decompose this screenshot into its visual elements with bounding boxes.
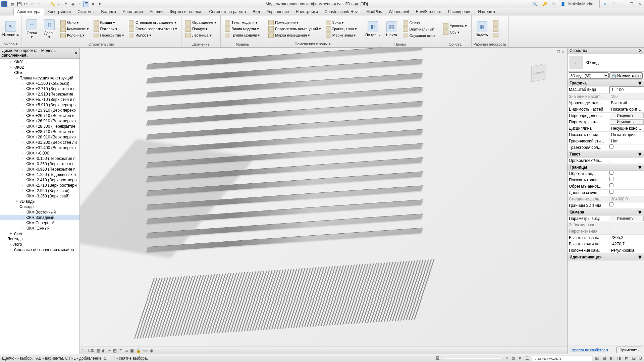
build-Схема разрезки стены[interactable]: Схема разрезки стены ▾ (127, 26, 179, 32)
tree-item[interactable]: +3D виды (0, 199, 79, 204)
build-Потолок[interactable]: Потолок ▾ (92, 26, 126, 32)
sync-icon[interactable]: ⟳ (23, 1, 29, 7)
switch-window-icon[interactable]: ▾ (97, 1, 103, 7)
prop-edit-button[interactable]: Изменить... (610, 113, 644, 118)
build-Окно[interactable]: Окно ▾ (58, 20, 91, 26)
expand-icon[interactable]: + (9, 231, 13, 236)
tree-item[interactable]: ·КЖм.-0.350 (Верх стен и п (0, 161, 79, 167)
expand-icon[interactable]: − (15, 204, 19, 209)
prop-checkbox[interactable] (609, 144, 613, 148)
crop-vis-icon[interactable]: ▣ (130, 348, 134, 353)
ribbon-tab-16[interactable]: Изменить (475, 8, 499, 15)
scale-label[interactable]: 1 : 100 (82, 348, 94, 353)
expand-icon[interactable]: · (21, 162, 25, 166)
prop-value[interactable] (609, 228, 644, 234)
tree-item[interactable]: ·КЖм.+28.300 (Перекрытие (0, 124, 79, 129)
measure-icon[interactable]: 📏 (50, 1, 56, 7)
expand-icon[interactable]: · (9, 247, 13, 252)
prop-checkbox[interactable] (609, 183, 613, 187)
shadows-icon[interactable]: ◩ (113, 348, 117, 353)
tree-item[interactable]: ·Лого (0, 242, 79, 247)
tree-item[interactable]: −Планы несущих конструкций (0, 75, 79, 81)
close-button[interactable]: ✕ (637, 1, 643, 7)
expand-icon[interactable]: · (21, 119, 25, 123)
tree-item[interactable]: ·КЖм.Южный (0, 226, 79, 231)
sb-filter-icon[interactable]: ▼ (517, 356, 523, 361)
ribbon-tab-1[interactable]: Конструкция (44, 8, 74, 15)
app-icon[interactable]: R (1, 1, 7, 7)
prop-value[interactable]: Показать ориги... (609, 106, 644, 112)
prop-category[interactable]: Границы⯆ (568, 164, 644, 171)
user-badge[interactable]: 👤 MaksimMarke... (559, 0, 600, 8)
expand-icon[interactable]: · (21, 167, 25, 172)
ribbon-tab-3[interactable]: Вставка (98, 8, 119, 15)
sb-i5[interactable]: ◩ (624, 356, 629, 361)
prop-edit-button[interactable]: Изменить... (610, 216, 644, 221)
tag-icon[interactable]: ◈ (70, 1, 76, 7)
ribbon-tab-0[interactable]: Архитектура (13, 8, 44, 15)
expand-icon[interactable]: · (9, 242, 13, 247)
expand-icon[interactable]: · (21, 129, 25, 134)
prop-value[interactable]: -4270,7 (609, 241, 644, 247)
prop-value[interactable]: 7805,2 (609, 235, 644, 241)
expand-icon[interactable]: · (21, 210, 25, 215)
open-icon[interactable]: ▤ (9, 1, 15, 7)
apply-button[interactable]: Применить (616, 347, 642, 353)
instance-selector[interactable]: 3D вид: {3D} (569, 72, 609, 79)
tree-item[interactable]: ·КЖм.+2.910 (Перекрытие (0, 92, 79, 97)
sb-relinquish[interactable] (442, 358, 502, 359)
tree-item[interactable]: −КЖм. (0, 70, 79, 75)
build-Колонна[interactable]: Колонна ▾ (58, 33, 91, 39)
ribbon-tab-4[interactable]: Аннотации (119, 8, 146, 15)
build-Крыша[interactable]: Крыша ▾ (92, 20, 126, 26)
undo-icon[interactable]: ↶ (30, 1, 36, 7)
expand-icon[interactable]: + (15, 199, 19, 204)
room-Помещение[interactable]: Помещение ▾ (266, 19, 323, 25)
prop-value[interactable]: Несущие констру... (609, 125, 644, 131)
tree-item[interactable]: ·КЖм.-1.220 (Подошвы вх п (0, 172, 79, 177)
room-Марка зоны[interactable]: Марка зоны ▾ (324, 32, 359, 38)
expand-icon[interactable]: · (21, 103, 25, 107)
build-Стена[interactable]: ▭Стена▾ (23, 19, 40, 40)
temp-hide-icon[interactable]: 👓 (143, 348, 148, 353)
expand-icon[interactable]: · (21, 97, 25, 102)
tree-item[interactable]: ·Условные обозначения к свайно (0, 247, 79, 252)
min-button[interactable]: — (620, 1, 626, 7)
expand-icon[interactable]: − (15, 76, 19, 80)
dim-icon[interactable]: ↔ (56, 1, 62, 7)
view-cube[interactable]: Спереди (524, 61, 554, 91)
room-Зона[interactable]: Зона ▾ (324, 19, 359, 25)
properties-body[interactable]: Графика⯆Масштаб вида1 : 100Значение масш… (568, 80, 644, 346)
project-browser-tree[interactable]: +КЖ01+КЖ02−КЖм.−Планы несущих конструкци… (0, 59, 79, 354)
prop-category[interactable]: Идентификация⯆ (568, 254, 644, 260)
sb-worksets-combo[interactable]: Главная модель (532, 356, 592, 361)
prop-checkbox[interactable] (609, 171, 613, 175)
prop-value[interactable] (609, 158, 644, 164)
prop-checkbox[interactable] (609, 202, 613, 206)
vp-close-icon[interactable]: ✕ (561, 50, 565, 54)
expand-icon[interactable]: · (21, 188, 25, 193)
btn-Линия модели[interactable]: Линия модели ▾ (223, 26, 262, 32)
panel-close-icon[interactable]: ✕ (74, 51, 77, 55)
prop-checkbox[interactable] (609, 177, 613, 181)
btn-Уровень[interactable]: Уровень ▾ (441, 23, 469, 29)
prop-category[interactable]: Камера⯆ (568, 209, 644, 216)
expand-icon[interactable]: + (9, 65, 13, 70)
build-Стеновое ограждение[interactable]: Стеновое ограждение ▾ (127, 20, 179, 26)
prop-value[interactable]: Регулировка (609, 247, 644, 253)
ribbon-tab-9[interactable]: Управление (263, 8, 292, 15)
ribbon-tab-7[interactable]: Совместная работа (206, 8, 250, 15)
expand-icon[interactable]: · (21, 86, 25, 91)
tree-item[interactable]: +Узел (0, 231, 79, 236)
room-Разделитель помещений[interactable]: Разделитель помещений ▾ (266, 26, 323, 32)
prop-value[interactable]: 100 (609, 94, 644, 100)
ribbon-tab-12[interactable]: ModPlus (363, 8, 385, 15)
search-icon[interactable]: 🔍 (531, 1, 539, 7)
expand-icon[interactable]: · (21, 92, 25, 97)
btn-Ограждение[interactable]: Ограждение ▾ (183, 20, 218, 26)
tree-item[interactable]: ·КЖм.-0.150 (Перекрытие п (0, 156, 79, 161)
expand-icon[interactable]: · (21, 183, 25, 188)
prop-category[interactable]: Графика⯆ (568, 80, 644, 86)
help-icon[interactable]: ❔ (610, 1, 618, 7)
max-button[interactable]: ☐ (628, 1, 635, 7)
